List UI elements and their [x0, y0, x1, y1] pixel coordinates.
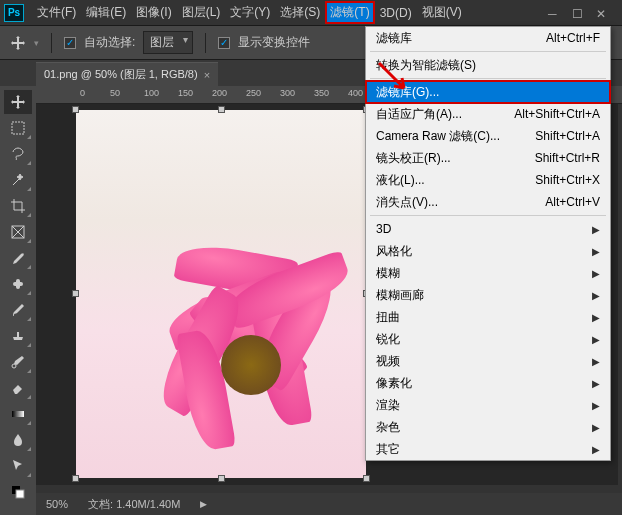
menu-filter[interactable]: 滤镜(T) [325, 1, 374, 24]
menu-item-label: Camera Raw 滤镜(C)... [376, 128, 500, 145]
submenu-arrow-icon: ▶ [592, 378, 600, 389]
menu-separator [370, 51, 606, 52]
transform-handle-n[interactable] [218, 106, 225, 113]
menu-select[interactable]: 选择(S) [275, 1, 325, 24]
path-select-tool[interactable] [4, 454, 32, 478]
status-bar: 50% 文档: 1.40M/1.40M ▶ [36, 493, 622, 515]
menu-item-shortcut: Shift+Ctrl+A [535, 129, 600, 143]
history-brush-tool[interactable] [4, 350, 32, 374]
menu-separator [370, 215, 606, 216]
submenu-arrow-icon: ▶ [592, 268, 600, 279]
svg-point-4 [12, 364, 16, 368]
dropdown-icon[interactable]: ▾ [34, 38, 39, 48]
svg-rect-3 [16, 279, 20, 289]
menu-item-label: 液化(L)... [376, 172, 425, 189]
menu-item-pixelate[interactable]: 像素化▶ [366, 372, 610, 394]
frame-tool[interactable] [4, 220, 32, 244]
submenu-arrow-icon: ▶ [592, 422, 600, 433]
menu-item-label: 消失点(V)... [376, 194, 438, 211]
menu-item-lens-correction[interactable]: 镜头校正(R)... Shift+Ctrl+R [366, 147, 610, 169]
swatch-tool[interactable] [4, 480, 32, 504]
menu-item-3d[interactable]: 3D▶ [366, 218, 610, 240]
submenu-arrow-icon: ▶ [592, 290, 600, 301]
menu-file[interactable]: 文件(F) [32, 1, 81, 24]
lasso-tool[interactable] [4, 142, 32, 166]
transform-handle-sw[interactable] [72, 475, 79, 482]
canvas-image [76, 110, 366, 478]
clone-stamp-tool[interactable] [4, 324, 32, 348]
healing-brush-tool[interactable] [4, 272, 32, 296]
menu-item-blur[interactable]: 模糊▶ [366, 262, 610, 284]
menu-item-distort[interactable]: 扭曲▶ [366, 306, 610, 328]
crop-tool[interactable] [4, 194, 32, 218]
menu-item-filter-library-repeat[interactable]: 滤镜库 Alt+Ctrl+F [366, 27, 610, 49]
menu-item-label: 渲染 [376, 397, 400, 414]
menu-item-stylize[interactable]: 风格化▶ [366, 240, 610, 262]
canvas[interactable] [76, 110, 366, 478]
menu-item-shortcut: Alt+Shift+Ctrl+A [514, 107, 600, 121]
app-logo: Ps [4, 4, 24, 22]
brush-tool[interactable] [4, 298, 32, 322]
menu-item-label: 杂色 [376, 419, 400, 436]
menu-view[interactable]: 视图(V) [417, 1, 467, 24]
menu-item-camera-raw[interactable]: Camera Raw 滤镜(C)... Shift+Ctrl+A [366, 125, 610, 147]
menu-item-label: 锐化 [376, 331, 400, 348]
menu-item-other[interactable]: 其它▶ [366, 438, 610, 460]
menu-item-noise[interactable]: 杂色▶ [366, 416, 610, 438]
menu-3d[interactable]: 3D(D) [375, 3, 417, 23]
ruler-mark: 100 [144, 88, 159, 98]
marquee-tool[interactable] [4, 116, 32, 140]
menu-item-shortcut: Alt+Ctrl+V [545, 195, 600, 209]
zoom-level[interactable]: 50% [46, 498, 68, 510]
menu-item-vanishing-point[interactable]: 消失点(V)... Alt+Ctrl+V [366, 191, 610, 213]
menu-item-label: 镜头校正(R)... [376, 150, 451, 167]
layer-dropdown[interactable]: 图层 [143, 31, 193, 54]
tab-title: 01.png @ 50% (图层 1, RGB/8) [44, 67, 198, 82]
ruler-mark: 0 [80, 88, 85, 98]
show-transform-label: 显示变换控件 [238, 34, 310, 51]
ruler-mark: 250 [246, 88, 261, 98]
auto-select-checkbox[interactable] [64, 37, 76, 49]
ruler-mark: 400 [348, 88, 363, 98]
menu-item-video[interactable]: 视频▶ [366, 350, 610, 372]
move-tool-icon [10, 35, 26, 51]
maximize-button[interactable]: ☐ [572, 7, 584, 19]
ruler-mark: 50 [110, 88, 120, 98]
tool-bar [0, 86, 36, 515]
transform-handle-s[interactable] [218, 475, 225, 482]
transform-handle-w[interactable] [72, 290, 79, 297]
menu-layer[interactable]: 图层(L) [177, 1, 226, 24]
menu-item-liquify[interactable]: 液化(L)... Shift+Ctrl+X [366, 169, 610, 191]
submenu-arrow-icon: ▶ [592, 400, 600, 411]
window-controls: ─ ☐ ✕ [548, 7, 618, 19]
tab-close-button[interactable]: × [204, 69, 210, 81]
menu-item-sharpen[interactable]: 锐化▶ [366, 328, 610, 350]
close-button[interactable]: ✕ [596, 7, 608, 19]
blur-tool[interactable] [4, 428, 32, 452]
minimize-button[interactable]: ─ [548, 7, 560, 19]
menu-item-render[interactable]: 渲染▶ [366, 394, 610, 416]
submenu-arrow-icon: ▶ [592, 224, 600, 235]
eraser-tool[interactable] [4, 376, 32, 400]
gradient-tool[interactable] [4, 402, 32, 426]
submenu-arrow-icon: ▶ [592, 334, 600, 345]
menu-edit[interactable]: 编辑(E) [81, 1, 131, 24]
eyedropper-tool[interactable] [4, 246, 32, 270]
move-tool[interactable] [4, 90, 32, 114]
menu-item-blur-gallery[interactable]: 模糊画廊▶ [366, 284, 610, 306]
auto-select-label: 自动选择: [84, 34, 135, 51]
submenu-arrow-icon: ▶ [592, 444, 600, 455]
menu-type[interactable]: 文字(Y) [225, 1, 275, 24]
statusbar-arrow-icon[interactable]: ▶ [200, 499, 207, 509]
divider [205, 33, 206, 53]
menu-item-adaptive-wide-angle[interactable]: 自适应广角(A)... Alt+Shift+Ctrl+A [366, 103, 610, 125]
menu-item-shortcut: Shift+Ctrl+R [535, 151, 600, 165]
transform-handle-se[interactable] [363, 475, 370, 482]
svg-rect-5 [12, 411, 24, 417]
transform-handle-nw[interactable] [72, 106, 79, 113]
menu-image[interactable]: 图像(I) [131, 1, 176, 24]
submenu-arrow-icon: ▶ [592, 356, 600, 367]
document-tab[interactable]: 01.png @ 50% (图层 1, RGB/8) × [36, 62, 218, 86]
show-transform-checkbox[interactable] [218, 37, 230, 49]
magic-wand-tool[interactable] [4, 168, 32, 192]
